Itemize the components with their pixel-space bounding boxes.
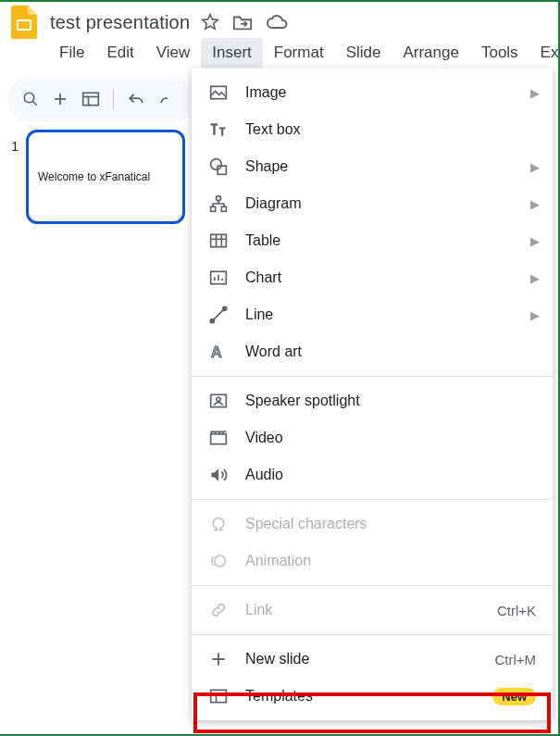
wordart-icon: A — [208, 343, 229, 361]
svg-point-28 — [217, 397, 220, 401]
toolbar-separator — [113, 89, 114, 109]
chevron-right-icon: ▶ — [530, 86, 540, 100]
menu-item-label: Special characters — [245, 516, 367, 532]
menu-item-label: Image — [245, 84, 286, 101]
image-icon — [208, 84, 229, 101]
new-badge: New — [492, 688, 536, 705]
svg-point-25 — [223, 306, 227, 310]
menu-file[interactable]: File — [48, 38, 95, 68]
menu-shortcut: Ctrl+M — [494, 652, 536, 667]
link-icon — [208, 601, 229, 619]
menu-item-label: Templates — [245, 688, 313, 705]
menu-slide[interactable]: Slide — [335, 38, 392, 68]
svg-rect-13 — [211, 206, 216, 211]
menu-item-label: Shape — [245, 158, 288, 175]
chevron-right-icon: ▶ — [530, 271, 540, 285]
menu-item-label: Speaker spotlight — [245, 393, 360, 409]
svg-rect-14 — [221, 206, 226, 211]
svg-point-31 — [215, 555, 226, 567]
svg-rect-6 — [83, 93, 99, 105]
menu-item-label: Video — [245, 430, 283, 446]
document-title[interactable]: test presentation — [50, 12, 190, 33]
templates-toolbar-icon[interactable] — [81, 91, 100, 107]
video-icon — [208, 430, 229, 446]
menu-divider — [192, 634, 553, 635]
search-icon[interactable] — [22, 91, 39, 107]
cloud-status-icon[interactable] — [266, 14, 288, 31]
menu-item-image[interactable]: Image ▶ — [192, 74, 553, 111]
menu-item-diagram[interactable]: Diagram ▶ — [192, 185, 553, 222]
menu-item-speaker-spotlight[interactable]: Speaker spotlight — [192, 382, 553, 419]
chevron-right-icon: ▶ — [530, 234, 540, 248]
menu-divider — [192, 585, 553, 586]
chevron-right-icon: ▶ — [530, 197, 540, 211]
svg-line-3 — [32, 101, 37, 106]
chart-icon — [208, 269, 229, 286]
menu-item-label: New slide — [245, 651, 309, 667]
svg-point-2 — [24, 93, 34, 103]
svg-rect-11 — [218, 166, 226, 174]
menu-item-label: Word art — [245, 343, 302, 360]
menu-item-label: Animation — [245, 553, 311, 569]
audio-icon — [208, 466, 229, 484]
menu-item-chart[interactable]: Chart ▶ — [192, 259, 553, 296]
menu-divider — [192, 499, 553, 500]
menu-item-wordart[interactable]: A Word art — [192, 333, 553, 370]
menu-divider — [192, 376, 553, 377]
svg-point-12 — [217, 196, 221, 201]
menu-item-label: Link — [245, 602, 272, 618]
diagram-icon — [208, 194, 229, 213]
svg-point-10 — [211, 159, 222, 170]
menu-item-textbox[interactable]: Text box — [192, 111, 553, 148]
slide-panel: 1 Welcome to xFanatical — [0, 130, 202, 224]
undo-button[interactable] — [127, 91, 145, 107]
menu-item-label: Table — [245, 232, 280, 249]
redo-button[interactable] — [158, 91, 168, 107]
menubar: File Edit View Insert Format Slide Arran… — [9, 37, 549, 69]
insert-dropdown: Image ▶ Text box Shape ▶ — [192, 69, 553, 720]
svg-text:A: A — [211, 343, 222, 361]
menu-view[interactable]: View — [145, 38, 202, 68]
menu-item-label: Audio — [245, 467, 283, 483]
animation-icon — [208, 552, 229, 570]
folder-move-icon[interactable] — [232, 13, 253, 31]
slide-thumbnail[interactable]: Welcome to xFanatical — [26, 130, 185, 224]
menu-item-templates[interactable]: Templates New — [192, 678, 553, 715]
menu-arrange[interactable]: Arrange — [392, 38, 469, 68]
slide-number: 1 — [7, 130, 19, 224]
plus-icon — [208, 651, 229, 667]
svg-rect-29 — [211, 434, 227, 444]
omega-icon — [208, 515, 229, 533]
menu-item-new-slide[interactable]: New slide Ctrl+M — [192, 641, 553, 678]
svg-rect-1 — [19, 21, 30, 29]
menu-item-label: Chart — [245, 269, 281, 286]
chevron-right-icon: ▶ — [530, 308, 540, 322]
menu-item-label: Line — [245, 306, 273, 323]
menu-tools[interactable]: Tools — [470, 38, 529, 68]
menu-edit[interactable]: Edit — [95, 38, 144, 68]
menu-item-video[interactable]: Video — [192, 419, 553, 456]
menu-format[interactable]: Format — [263, 38, 335, 68]
menu-item-table[interactable]: Table ▶ — [192, 222, 553, 259]
menu-extensions[interactable]: Exte — [529, 38, 560, 68]
line-icon — [208, 306, 229, 324]
table-icon — [208, 232, 229, 249]
chevron-right-icon: ▶ — [530, 160, 540, 174]
menu-item-animation: Animation — [192, 543, 553, 580]
slides-logo[interactable] — [9, 7, 39, 37]
menu-item-shape[interactable]: Shape ▶ — [192, 148, 553, 185]
menu-item-label: Diagram — [245, 195, 301, 212]
menu-item-audio[interactable]: Audio — [192, 456, 553, 493]
toolbar — [7, 76, 196, 122]
menu-item-line[interactable]: Line ▶ — [192, 296, 553, 333]
new-slide-button[interactable] — [52, 91, 68, 107]
menu-item-label: Text box — [245, 121, 301, 138]
svg-rect-15 — [211, 234, 227, 246]
menu-insert[interactable]: Insert — [201, 38, 263, 68]
slide-thumbnail-text: Welcome to xFanatical — [38, 170, 150, 183]
menu-shortcut: Ctrl+K — [497, 603, 536, 618]
speaker-spotlight-icon — [208, 393, 229, 409]
svg-point-24 — [210, 319, 214, 323]
textbox-icon — [208, 121, 229, 138]
star-icon[interactable] — [201, 13, 219, 31]
